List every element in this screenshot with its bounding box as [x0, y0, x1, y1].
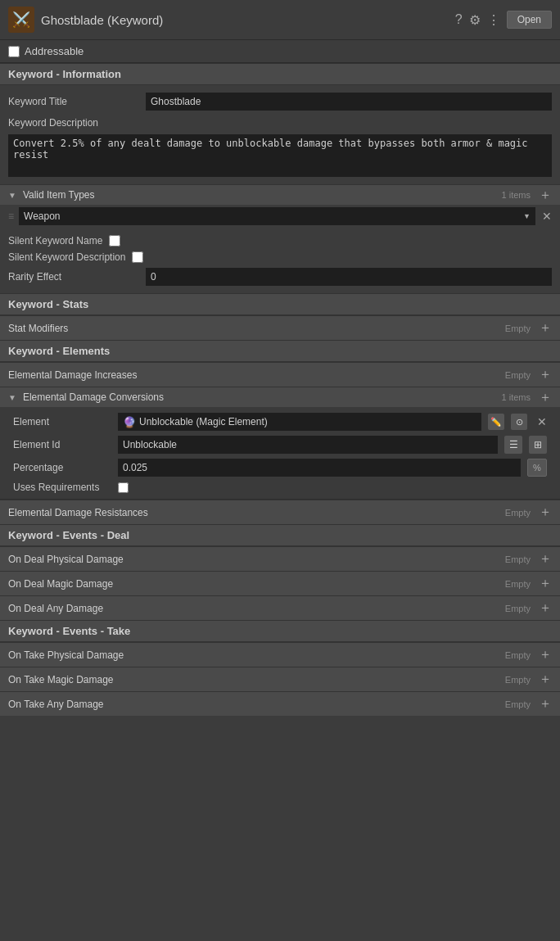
on-take-physical-empty: Empty — [505, 650, 531, 660]
stat-modifiers-label: Stat Modifiers — [8, 323, 502, 334]
uses-requirements-row: Uses Requirements — [13, 479, 547, 495]
elemental-damage-conversions-add[interactable]: ＋ — [539, 391, 552, 404]
elemental-damage-increases-empty: Empty — [505, 370, 531, 380]
conversions-triangle-icon: ▼ — [8, 393, 16, 402]
on-deal-any-row: On Deal Any Damage Empty ＋ — [0, 595, 560, 620]
silent-keyword-desc-label: Silent Keyword Description — [8, 251, 125, 263]
on-take-any-add[interactable]: ＋ — [539, 695, 552, 713]
element-circle-btn[interactable]: ⊙ — [511, 414, 527, 430]
section-information-header: Keyword - Information — [0, 63, 560, 85]
section-events-deal-header: Keyword - Events - Deal — [0, 524, 560, 546]
uses-requirements-label: Uses Requirements — [13, 482, 111, 493]
stat-modifiers-empty: Empty — [505, 323, 531, 333]
weapon-close-icon[interactable]: ✕ — [542, 210, 552, 223]
element-text: Unblockable (Magic Element) — [139, 416, 476, 428]
addressable-checkbox[interactable] — [8, 46, 20, 57]
section-information-extra: Silent Keyword Name Silent Keyword Descr… — [0, 228, 560, 293]
on-deal-magic-add[interactable]: ＋ — [539, 575, 552, 592]
elemental-damage-conversions-count: 1 items — [502, 392, 531, 402]
percentage-label: Percentage — [13, 462, 111, 473]
settings-icon[interactable]: ⚙ — [469, 12, 481, 28]
on-take-magic-label: On Take Magic Damage — [8, 674, 502, 685]
elemental-damage-resistances-row: Elemental Damage Resistances Empty ＋ — [0, 500, 560, 524]
element-id-input[interactable] — [118, 436, 498, 454]
elemental-damage-conversions-header[interactable]: ▼ Elemental Damage Conversions 1 items ＋ — [0, 387, 560, 407]
percentage-row: Percentage % — [13, 456, 547, 479]
element-edit-btn[interactable]: ✏️ — [488, 414, 504, 430]
menu-icon[interactable]: ⋮ — [487, 12, 500, 28]
element-id-grid-btn[interactable]: ⊞ — [529, 436, 547, 454]
element-id-row: Element Id ☰ ⊞ — [13, 433, 547, 456]
percentage-input[interactable] — [118, 459, 521, 477]
section-elements-header: Keyword - Elements — [0, 340, 560, 362]
title-bar: ⚔️ Ghostblade (Keyword) ? ⚙ ⋮ Open — [0, 0, 560, 40]
keyword-desc-textarea[interactable]: Convert 2.5% of any dealt damage to unbl… — [8, 134, 552, 177]
rarity-effect-row: Rarity Effect — [8, 265, 552, 288]
stat-modifiers-add[interactable]: ＋ — [539, 319, 552, 337]
on-take-physical-row: On Take Physical Damage Empty ＋ — [0, 642, 560, 667]
element-label: Element — [13, 416, 111, 428]
weapon-select-wrapper: Weapon — [19, 207, 535, 225]
stat-modifiers-row: Stat Modifiers Empty ＋ — [0, 315, 560, 340]
section-stats-header: Keyword - Stats — [0, 293, 560, 315]
elemental-damage-resistances-label: Elemental Damage Resistances — [8, 507, 502, 518]
keyword-desc-label: Keyword Description — [8, 115, 98, 130]
element-icon: 🔮 — [123, 416, 136, 428]
open-button[interactable]: Open — [507, 11, 552, 29]
silent-keyword-name-checkbox[interactable] — [109, 235, 120, 247]
title-icons: ? ⚙ ⋮ — [455, 12, 500, 28]
on-deal-magic-empty: Empty — [505, 579, 531, 589]
percent-toggle-btn[interactable]: % — [527, 459, 547, 477]
elemental-damage-increases-add[interactable]: ＋ — [539, 366, 552, 383]
on-deal-any-add[interactable]: ＋ — [539, 599, 552, 617]
rarity-effect-input[interactable] — [146, 268, 552, 286]
on-deal-magic-label: On Deal Magic Damage — [8, 578, 502, 590]
weapon-select[interactable]: Weapon — [19, 207, 535, 225]
element-row: Element 🔮 Unblockable (Magic Element) ✏️… — [13, 410, 547, 433]
element-id-label: Element Id — [13, 439, 111, 450]
elemental-damage-increases-label: Elemental Damage Increases — [8, 369, 502, 381]
silent-keyword-name-label: Silent Keyword Name — [8, 235, 102, 247]
on-deal-physical-label: On Deal Physical Damage — [8, 554, 502, 565]
rarity-effect-label: Rarity Effect — [8, 271, 139, 283]
element-value-display: 🔮 Unblockable (Magic Element) — [118, 413, 481, 431]
valid-item-types-add[interactable]: ＋ — [539, 188, 552, 201]
elemental-damage-resistances-add[interactable]: ＋ — [539, 504, 552, 521]
on-take-magic-add[interactable]: ＋ — [539, 671, 552, 688]
on-deal-physical-row: On Deal Physical Damage Empty ＋ — [0, 546, 560, 571]
weapon-row: ≡ Weapon ✕ — [0, 205, 560, 228]
on-take-magic-empty: Empty — [505, 675, 531, 685]
on-take-physical-add[interactable]: ＋ — [539, 646, 552, 663]
uses-requirements-checkbox[interactable] — [118, 482, 129, 493]
keyword-desc-row: Keyword Description — [8, 113, 552, 133]
on-take-physical-label: On Take Physical Damage — [8, 649, 502, 661]
elemental-damage-conversions-label: Elemental Damage Conversions — [23, 391, 499, 403]
on-deal-physical-add[interactable]: ＋ — [539, 550, 552, 568]
valid-item-types-header[interactable]: ▼ Valid Item Types 1 items ＋ — [0, 184, 560, 205]
elemental-damage-increases-row: Elemental Damage Increases Empty ＋ — [0, 362, 560, 387]
on-deal-magic-row: On Deal Magic Damage Empty ＋ — [0, 571, 560, 595]
on-take-any-row: On Take Any Damage Empty ＋ — [0, 691, 560, 716]
element-id-list-btn[interactable]: ☰ — [504, 436, 522, 454]
drag-handle-icon: ≡ — [8, 210, 14, 222]
keyword-title-input[interactable] — [146, 93, 552, 111]
element-close-icon[interactable]: ✕ — [537, 415, 547, 428]
addressable-row: Addressable — [0, 40, 560, 62]
on-take-any-empty: Empty — [505, 699, 531, 709]
valid-item-types-count: 1 items — [502, 190, 531, 200]
on-deal-physical-empty: Empty — [505, 554, 531, 564]
addressable-label: Addressable — [25, 45, 84, 57]
section-events-take-header: Keyword - Events - Take — [0, 620, 560, 642]
element-subsection: Element 🔮 Unblockable (Magic Element) ✏️… — [0, 407, 560, 500]
section-information-body: Keyword Title Keyword Description Conver… — [0, 85, 560, 184]
silent-keyword-desc-checkbox[interactable] — [132, 251, 143, 263]
window-title: Ghostblade (Keyword) — [41, 13, 449, 27]
keyword-title-row: Keyword Title — [8, 90, 552, 113]
on-deal-any-empty: Empty — [505, 604, 531, 613]
on-take-any-label: On Take Any Damage — [8, 699, 502, 710]
silent-keyword-name-row: Silent Keyword Name — [8, 233, 552, 249]
silent-keyword-desc-row: Silent Keyword Description — [8, 249, 552, 265]
triangle-icon: ▼ — [8, 191, 16, 200]
valid-item-types-label: Valid Item Types — [23, 189, 499, 201]
help-icon[interactable]: ? — [455, 12, 463, 27]
